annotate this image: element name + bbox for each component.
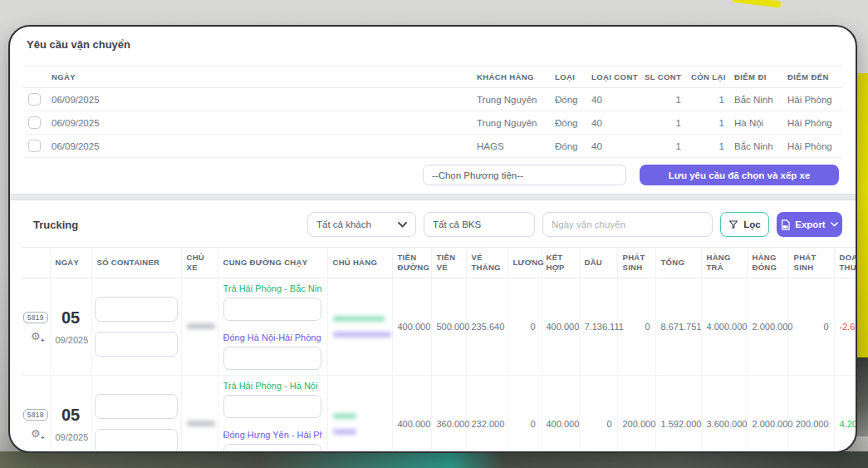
route-return-input[interactable] — [223, 395, 321, 418]
cargo-owner-redacted — [333, 413, 356, 419]
cargo-owner-redacted — [333, 332, 391, 337]
col-con-lai: CÒN LẠI — [686, 67, 729, 88]
request-from: Bắc Ninh — [729, 88, 782, 111]
phat-sinh-2-value: 200.000 — [788, 375, 834, 453]
filter-button[interactable]: Lọc — [720, 212, 769, 237]
request-row: 06/09/2025 HAGS Đóng 40 1 1 Bắc Ninh Hải… — [23, 135, 842, 158]
container-number-input-1[interactable] — [95, 297, 178, 322]
request-sl-cont: 1 — [640, 111, 686, 135]
route-return-label: Trả Hải Phòng - Bắc Ninh — [223, 283, 322, 293]
request-type: Đóng — [550, 111, 586, 135]
funnel-icon — [728, 219, 738, 229]
gear-plus-icon[interactable]: ⚙+ — [31, 331, 41, 342]
tong-value: 8.671.751 — [655, 278, 701, 375]
trucking-title: Trucking — [33, 219, 78, 231]
col-sl-cont: SL CONT — [640, 67, 686, 88]
requests-controls: --Chọn Phương tiện-- Lưu yêu cầu đã chọn… — [23, 165, 839, 185]
col-diem-den: ĐIỂM ĐẾN — [782, 67, 842, 88]
col-cung-duong-chay: CUNG ĐƯỜNG CHẠY — [218, 248, 327, 278]
chevron-down-icon — [831, 222, 838, 227]
trucking-section: Trucking Tất cả khách Lọc Export — [10, 200, 856, 453]
request-cont-type: 40 — [586, 111, 640, 135]
route-return-label: Trả Hải Phòng - Hà Nội — [223, 381, 322, 391]
vehicle-select-value: --Chọn Phương tiện-- — [432, 170, 523, 180]
hang-dong-value: 2.000.000 — [747, 278, 788, 375]
vehicle-select[interactable]: --Chọn Phương tiện-- — [423, 165, 626, 185]
request-sl-cont: 1 — [640, 88, 686, 111]
request-con-lai: 1 — [686, 88, 729, 111]
section-divider — [10, 194, 856, 200]
save-and-assign-button[interactable]: Lưu yêu cầu đã chọn và xếp xe — [640, 165, 839, 185]
col-actions — [22, 248, 50, 278]
trip-day: 05 — [56, 308, 86, 327]
tong-value: 1.592.000 — [655, 375, 701, 453]
request-con-lai: 1 — [686, 135, 729, 158]
xls-file-icon — [781, 219, 790, 230]
doanh-thu-value: -2.671.751 — [834, 278, 857, 375]
cargo-owner-redacted — [333, 429, 356, 435]
tien-ve-value: 360.000 — [431, 375, 466, 453]
main-panel: Yêu cầu vận chuyển NGÀY KHÁCH HÀNG LOẠI … — [8, 25, 857, 453]
container-number-input-2[interactable] — [95, 429, 178, 453]
ve-thang-value: 232.000 — [466, 375, 508, 453]
select-all-header — [23, 67, 47, 88]
col-tien-ve: TIỀN VÉ — [431, 248, 466, 278]
request-customer: HAGS — [472, 135, 550, 158]
export-button[interactable]: Export — [777, 212, 842, 237]
trip-id-badge: 5819 — [23, 312, 48, 323]
desktop-background: Yêu cầu vận chuyển NGÀY KHÁCH HÀNG LOẠI … — [0, 0, 868, 468]
route-return-input[interactable] — [223, 298, 321, 321]
transport-date-input[interactable] — [542, 212, 713, 237]
row-checkbox[interactable] — [28, 116, 41, 129]
container-number-input-2[interactable] — [95, 332, 178, 357]
col-tong: TỔNG — [655, 248, 701, 278]
col-luong: LƯƠNG — [508, 248, 541, 278]
col-dau: DẦU — [579, 248, 617, 278]
col-phat-sinh-1: PHÁT SINH — [617, 248, 655, 278]
route-load-label: Đóng Hà Nội-Hải Phòng — [223, 333, 322, 342]
trip-row: 5818 ⚙+ 05 09/2025 Trả — [22, 375, 857, 453]
trip-month: 09/2025 — [56, 432, 86, 442]
request-date: 06/09/2025 — [47, 111, 472, 135]
dau-value: 7.136.111 — [579, 278, 617, 375]
request-sl-cont: 1 — [640, 135, 686, 158]
col-phat-sinh-2: PHÁT SINH — [788, 248, 834, 278]
tien-ve-value: 500.000 — [431, 278, 466, 375]
request-to: Hải Phòng — [782, 88, 842, 111]
trucking-table: NGÀY SỐ CONTAINER CHỦ XE CUNG ĐƯỜNG CHẠY… — [22, 247, 857, 453]
col-diem-di: ĐIỂM ĐI — [729, 67, 782, 88]
col-tien-duong: TIỀN ĐƯỜNG — [392, 248, 431, 278]
customer-filter-select[interactable]: Tất cả khách — [307, 212, 416, 237]
col-ket-hop: KẾT HỢP — [541, 248, 579, 278]
route-load-input[interactable] — [223, 347, 321, 370]
trip-day: 05 — [56, 406, 86, 424]
vehicle-owner-redacted — [187, 421, 215, 426]
route-load-label: Đóng Hưng Yên - Hải Phòng — [223, 430, 322, 440]
col-doanh-thu: DOANH THU — [834, 248, 857, 278]
row-checkbox[interactable] — [28, 93, 41, 106]
doanh-thu-value: 4.208.000 — [834, 375, 857, 453]
row-checkbox[interactable] — [28, 140, 41, 152]
col-loai: LOẠI — [550, 67, 586, 88]
requests-table: NGÀY KHÁCH HÀNG LOẠI LOẠI CONT SL CONT C… — [23, 66, 842, 158]
request-con-lai: 1 — [686, 111, 729, 135]
route-load-input[interactable] — [223, 444, 321, 453]
hang-dong-value: 2.000.000 — [747, 375, 788, 453]
col-so-container: SỐ CONTAINER — [91, 248, 181, 278]
trip-id-badge: 5818 — [23, 409, 48, 421]
trip-month: 09/2025 — [56, 335, 86, 345]
col-ve-thang: VÉ THÁNG — [466, 248, 508, 278]
luong-value: 0 — [508, 375, 541, 453]
request-customer: Trung Nguyên — [472, 111, 550, 135]
col-loai-cont: LOẠI CONT — [586, 67, 640, 88]
request-row: 06/09/2025 Trung Nguyên Đóng 40 1 1 Hà N… — [23, 111, 842, 135]
col-chu-hang: CHỦ HÀNG — [327, 248, 392, 278]
bks-filter-input[interactable] — [424, 212, 535, 237]
dau-value: 0 — [579, 375, 617, 453]
gear-plus-icon[interactable]: ⚙+ — [31, 428, 41, 439]
col-ngay: NGÀY — [47, 67, 472, 88]
hang-tra-value: 3.600.000 — [701, 375, 747, 453]
customer-filter-value: Tất cả khách — [316, 219, 371, 229]
request-date: 06/09/2025 — [47, 135, 472, 158]
container-number-input-1[interactable] — [95, 394, 178, 419]
